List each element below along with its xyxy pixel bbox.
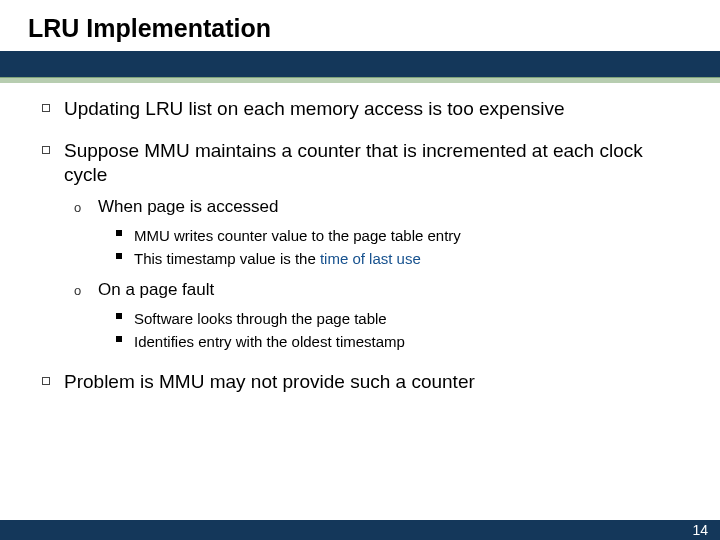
- subsub-bullet-text-prefix: This timestamp value is the: [134, 250, 320, 267]
- divider-dark: [0, 51, 720, 77]
- square-dot-icon: [116, 253, 122, 259]
- content-area: Updating LRU list on each memory access …: [0, 83, 720, 394]
- bullet-item: Suppose MMU maintains a counter that is …: [42, 139, 690, 352]
- subsub-bullet-item: Identifies entry with the oldest timesta…: [116, 331, 690, 352]
- square-dot-icon: [116, 336, 122, 342]
- subsub-bullet-text: Identifies entry with the oldest timesta…: [134, 333, 405, 350]
- bullet-text: Updating LRU list on each memory access …: [64, 98, 565, 119]
- square-bullet-icon: [42, 377, 50, 385]
- sub-bullet-list: o When page is accessed MMU writes count…: [64, 196, 690, 352]
- sub-bullet-text: When page is accessed: [98, 197, 279, 216]
- subsub-bullet-item: MMU writes counter value to the page tab…: [116, 225, 690, 246]
- sub-bullet-item: o On a page fault Software looks through…: [74, 279, 690, 352]
- square-bullet-icon: [42, 146, 50, 154]
- subsub-bullet-item: This timestamp value is the time of last…: [116, 248, 690, 269]
- subsub-bullet-list: MMU writes counter value to the page tab…: [98, 225, 690, 269]
- slide: LRU Implementation Updating LRU list on …: [0, 0, 720, 540]
- square-dot-icon: [116, 313, 122, 319]
- footer-bar: 14: [0, 520, 720, 540]
- subsub-bullet-item: Software looks through the page table: [116, 308, 690, 329]
- circle-bullet-icon: o: [74, 282, 81, 300]
- subsub-bullet-list: Software looks through the page table Id…: [98, 308, 690, 352]
- bullet-list: Updating LRU list on each memory access …: [42, 97, 690, 394]
- circle-bullet-icon: o: [74, 199, 81, 217]
- page-number: 14: [692, 522, 708, 538]
- square-dot-icon: [116, 230, 122, 236]
- page-title: LRU Implementation: [28, 14, 692, 43]
- subsub-bullet-text: Software looks through the page table: [134, 310, 387, 327]
- bullet-text: Problem is MMU may not provide such a co…: [64, 371, 475, 392]
- square-bullet-icon: [42, 104, 50, 112]
- sub-bullet-text: On a page fault: [98, 280, 214, 299]
- subsub-bullet-text: MMU writes counter value to the page tab…: [134, 227, 461, 244]
- title-area: LRU Implementation: [0, 0, 720, 51]
- sub-bullet-item: o When page is accessed MMU writes count…: [74, 196, 690, 269]
- subsub-bullet-highlight: time of last use: [320, 250, 421, 267]
- divider: [0, 51, 720, 83]
- bullet-item: Updating LRU list on each memory access …: [42, 97, 690, 121]
- bullet-text: Suppose MMU maintains a counter that is …: [64, 140, 643, 185]
- bullet-item: Problem is MMU may not provide such a co…: [42, 370, 690, 394]
